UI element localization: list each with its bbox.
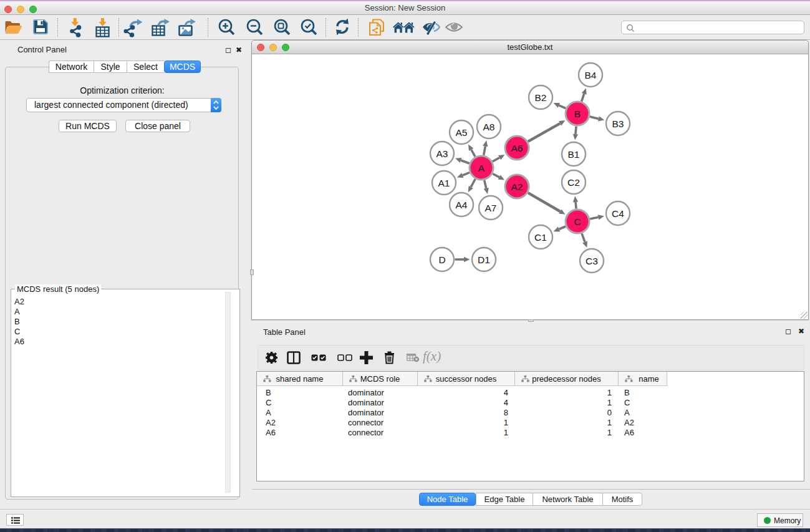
svg-text:B4: B4 <box>585 70 597 80</box>
svg-text:A8: A8 <box>483 122 495 132</box>
svg-text:C1: C1 <box>534 232 547 243</box>
svg-text:D: D <box>438 254 445 265</box>
svg-text:B: B <box>574 109 581 119</box>
svg-text:A1: A1 <box>438 178 450 188</box>
svg-text:A2: A2 <box>511 181 523 192</box>
svg-text:B2: B2 <box>535 92 547 103</box>
svg-text:A7: A7 <box>485 203 497 213</box>
svg-text:A5: A5 <box>456 127 468 138</box>
svg-text:C4: C4 <box>612 208 624 219</box>
svg-text:C2: C2 <box>567 177 580 188</box>
svg-text:B1: B1 <box>568 149 580 160</box>
svg-text:A6: A6 <box>511 143 523 153</box>
svg-text:f(x): f(x) <box>423 350 441 364</box>
svg-text:B3: B3 <box>612 118 624 129</box>
svg-text:A: A <box>478 163 485 173</box>
svg-text:A3: A3 <box>436 148 448 159</box>
svg-text:A4: A4 <box>456 200 468 210</box>
svg-text:D1: D1 <box>478 254 490 265</box>
svg-text:C: C <box>574 216 581 227</box>
svg-text:C3: C3 <box>586 256 598 266</box>
